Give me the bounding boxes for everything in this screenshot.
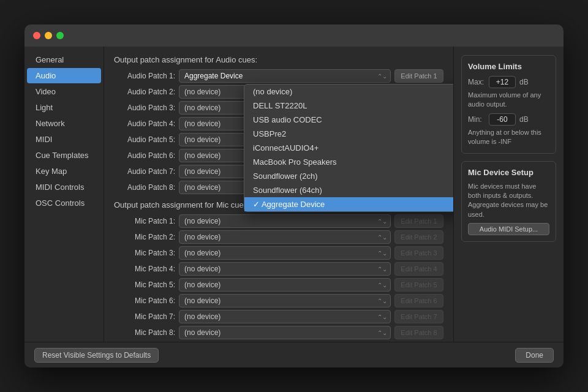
mic-patch-8-select-wrapper: (no device) ⌃⌄ xyxy=(179,326,391,339)
main-content: Output patch assignment for Audio cues: … xyxy=(104,47,453,342)
dropdown-item-soundflower-2ch[interactable]: Soundflower (2ch) xyxy=(244,169,453,183)
audio-section-label: Output patch assignment for Audio cues: xyxy=(114,55,443,64)
mic-patch-7-select-wrapper: (no device) ⌃⌄ xyxy=(179,310,391,323)
mic-patch-row-4: Mic Patch 4: (no device) ⌃⌄ Edit Patch 4 xyxy=(114,262,443,276)
mic-patch-3-label: Mic Patch 3: xyxy=(114,249,175,257)
edit-mic-patch-5-button[interactable]: Edit Patch 5 xyxy=(394,278,443,292)
audio-patch-8-label: Audio Patch 8: xyxy=(114,183,175,192)
minimize-button[interactable] xyxy=(45,32,52,39)
mic-patch-2-select[interactable]: (no device) xyxy=(179,230,391,244)
dropdown-item-macbook-speakers[interactable]: MacBook Pro Speakers xyxy=(244,155,453,169)
edit-audio-patch-1-button[interactable]: Edit Patch 1 xyxy=(394,69,443,83)
mic-patch-5-select-wrapper: (no device) ⌃⌄ xyxy=(179,278,391,292)
mic-patch-2-select-wrapper: (no device) ⌃⌄ xyxy=(179,230,391,244)
mic-patch-1-select-wrapper: (no device) ⌃⌄ xyxy=(179,214,391,228)
mic-device-setup-title: Mic Device Setup xyxy=(468,168,549,177)
mic-patch-6-label: Mic Patch 6: xyxy=(114,296,175,305)
audio-patch-1-select-wrapper: Aggregate Device ⌃⌄ (no device) DELL ST2… xyxy=(179,69,391,83)
mic-patch-row-7: Mic Patch 7: (no device) ⌃⌄ Edit Patch 7 xyxy=(114,310,443,323)
done-button[interactable]: Done xyxy=(515,348,554,363)
sidebar-item-video[interactable]: Video xyxy=(27,84,101,99)
sidebar-item-cue-templates[interactable]: Cue Templates xyxy=(27,148,101,163)
sidebar-item-midi[interactable]: MIDI xyxy=(27,132,101,147)
mic-patch-row-6: Mic Patch 6: (no device) ⌃⌄ Edit Patch 6 xyxy=(114,294,443,307)
audio-patch-6-label: Audio Patch 6: xyxy=(114,151,175,160)
sidebar: General Audio Video Light Network MIDI C… xyxy=(24,47,104,342)
audio-patch-2-label: Audio Patch 2: xyxy=(114,88,175,96)
mic-patch-7-select[interactable]: (no device) xyxy=(179,310,391,323)
audio-patch-7-label: Audio Patch 7: xyxy=(114,167,175,176)
max-vol-unit: dB xyxy=(519,78,529,86)
audio-patch-4-label: Audio Patch 4: xyxy=(114,119,175,128)
title-bar xyxy=(24,24,564,47)
mic-patch-6-select-wrapper: (no device) ⌃⌄ xyxy=(179,294,391,307)
mic-patch-8-select[interactable]: (no device) xyxy=(179,326,391,339)
sidebar-item-network[interactable]: Network xyxy=(27,116,101,131)
fullscreen-button[interactable] xyxy=(56,32,64,39)
sidebar-item-key-map[interactable]: Key Map xyxy=(27,164,101,179)
dropdown-item-aggregate[interactable]: Aggregate Device xyxy=(244,197,453,211)
mic-patch-4-select[interactable]: (no device) xyxy=(179,262,391,276)
mic-device-desc: Mic devices must have both inputs & outp… xyxy=(468,182,549,220)
mic-device-setup-panel: Mic Device Setup Mic devices must have b… xyxy=(461,161,556,243)
mic-patch-4-select-wrapper: (no device) ⌃⌄ xyxy=(179,262,391,276)
edit-mic-patch-7-button[interactable]: Edit Patch 7 xyxy=(394,310,443,323)
bottom-bar: Reset Visible Settings to Defaults Done xyxy=(24,342,564,368)
dropdown-item-dell[interactable]: DELL ST2220L xyxy=(244,99,453,113)
close-button[interactable] xyxy=(33,32,40,39)
volume-limits-title: Volume Limits xyxy=(468,62,549,71)
dropdown-item-iconnect[interactable]: iConnectAUDIO4+ xyxy=(244,141,453,155)
dropdown-item-usbpre2[interactable]: USBPre2 xyxy=(244,127,453,141)
max-vol-row: Max: +12 dB xyxy=(468,76,549,88)
device-dropdown: (no device) DELL ST2220L USB audio CODEC… xyxy=(244,84,453,212)
mic-patch-7-label: Mic Patch 7: xyxy=(114,312,175,321)
mic-patch-4-label: Mic Patch 4: xyxy=(114,265,175,273)
reset-button[interactable]: Reset Visible Settings to Defaults xyxy=(34,348,159,363)
edit-mic-patch-8-button[interactable]: Edit Patch 8 xyxy=(394,326,443,339)
dropdown-item-soundflower-64ch[interactable]: Soundflower (64ch) xyxy=(244,183,453,197)
mic-patch-row-3: Mic Patch 3: (no device) ⌃⌄ Edit Patch 3 xyxy=(114,246,443,260)
mic-patch-8-label: Mic Patch 8: xyxy=(114,328,175,337)
dropdown-item-no-device[interactable]: (no device) xyxy=(244,85,453,99)
min-vol-label: Min: xyxy=(468,115,485,124)
mic-patch-row-5: Mic Patch 5: (no device) ⌃⌄ Edit Patch 5 xyxy=(114,278,443,292)
right-panel: Volume Limits Max: +12 dB Maximum volume… xyxy=(453,47,564,342)
max-vol-label: Max: xyxy=(468,78,485,86)
mic-patch-3-select[interactable]: (no device) xyxy=(179,246,391,260)
edit-mic-patch-1-button[interactable]: Edit Patch 1 xyxy=(394,214,443,228)
audio-midi-setup-button[interactable]: Audio MIDI Setup... xyxy=(468,223,549,235)
mic-patch-1-label: Mic Patch 1: xyxy=(114,217,175,225)
edit-mic-patch-6-button[interactable]: Edit Patch 6 xyxy=(394,294,443,307)
sidebar-item-osc-controls[interactable]: OSC Controls xyxy=(27,195,101,211)
settings-window: General Audio Video Light Network MIDI C… xyxy=(24,24,564,368)
mic-patch-3-select-wrapper: (no device) ⌃⌄ xyxy=(179,246,391,260)
edit-mic-patch-2-button[interactable]: Edit Patch 2 xyxy=(394,230,443,244)
edit-mic-patch-3-button[interactable]: Edit Patch 3 xyxy=(394,246,443,260)
dropdown-item-usb-codec[interactable]: USB audio CODEC xyxy=(244,113,453,127)
mic-patch-5-label: Mic Patch 5: xyxy=(114,281,175,289)
mic-patch-1-select[interactable]: (no device) xyxy=(179,214,391,228)
sidebar-item-midi-controls[interactable]: MIDI Controls xyxy=(27,179,101,195)
min-vol-unit: dB xyxy=(519,115,529,124)
max-vol-desc: Maximum volume of any audio output. xyxy=(468,91,549,110)
mic-patch-2-label: Mic Patch 2: xyxy=(114,233,175,241)
audio-patch-1-label: Audio Patch 1: xyxy=(114,72,175,80)
sidebar-item-audio[interactable]: Audio xyxy=(27,68,101,83)
min-vol-desc: Anything at or below this volume is -INF xyxy=(468,128,549,147)
audio-patch-1-select[interactable]: Aggregate Device xyxy=(179,69,391,83)
audio-patch-row-1: Audio Patch 1: Aggregate Device ⌃⌄ (no d… xyxy=(114,69,443,83)
mic-patch-5-select[interactable]: (no device) xyxy=(179,278,391,292)
mic-patch-row-8: Mic Patch 8: (no device) ⌃⌄ Edit Patch 8 xyxy=(114,326,443,339)
content-area: General Audio Video Light Network MIDI C… xyxy=(24,47,564,342)
sidebar-item-general[interactable]: General xyxy=(27,52,101,67)
max-vol-value: +12 xyxy=(489,76,516,88)
audio-patch-3-label: Audio Patch 3: xyxy=(114,104,175,112)
min-vol-row: Min: -60 dB xyxy=(468,113,549,126)
mic-patch-6-select[interactable]: (no device) xyxy=(179,294,391,307)
min-vol-value: -60 xyxy=(489,113,516,126)
sidebar-item-light[interactable]: Light xyxy=(27,100,101,115)
traffic-lights xyxy=(33,32,64,39)
edit-mic-patch-4-button[interactable]: Edit Patch 4 xyxy=(394,262,443,276)
volume-limits-panel: Volume Limits Max: +12 dB Maximum volume… xyxy=(461,55,556,154)
mic-patch-row-2: Mic Patch 2: (no device) ⌃⌄ Edit Patch 2 xyxy=(114,230,443,244)
